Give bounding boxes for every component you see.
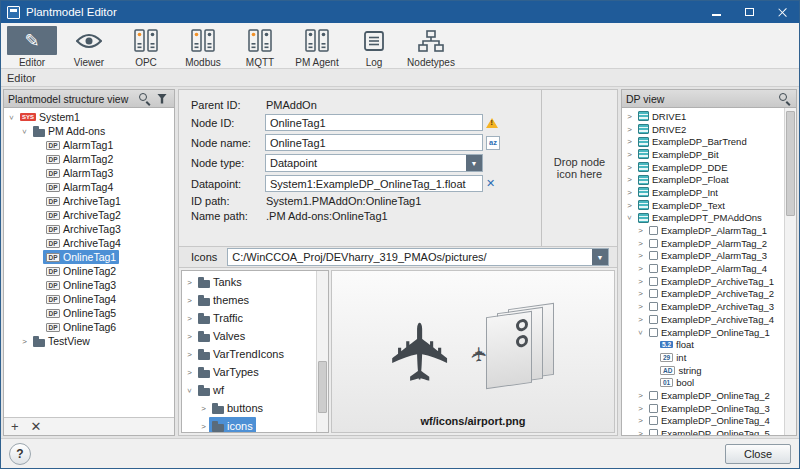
chevron-right-icon[interactable]: > [624, 125, 635, 134]
chevron-right-icon[interactable]: > [624, 150, 635, 159]
chevron-right-icon[interactable]: > [635, 251, 646, 260]
chevron-right-icon[interactable]: > [184, 278, 195, 287]
toolbar-button-log[interactable]: Log [346, 25, 402, 68]
folder-scrollbar[interactable] [316, 271, 328, 432]
chevron-right-icon[interactable]: > [635, 226, 646, 235]
node-name-input[interactable] [265, 134, 483, 151]
toolbar-button-mqtt[interactable]: MQTT [232, 25, 288, 68]
folder-item-buttons[interactable]: >buttons [182, 399, 316, 417]
chevron-right-icon[interactable]: > [635, 391, 646, 400]
clear-icon[interactable] [486, 177, 495, 190]
search-button[interactable] [136, 92, 152, 106]
search-button[interactable] [776, 92, 792, 106]
add-node-button[interactable]: + [11, 420, 19, 433]
titlebar[interactable]: Plantmodel Editor [1, 1, 799, 23]
chevron-right-icon[interactable]: > [184, 350, 195, 359]
toolbar-button-viewer[interactable]: Viewer [61, 25, 117, 68]
dp-item-exampledp-bit[interactable]: >ExampleDP_Bit [622, 148, 784, 161]
chevron-right-icon[interactable]: > [635, 416, 646, 425]
dp-item-exampledp-bartrend[interactable]: >ExampleDP_BarTrend [622, 135, 784, 148]
node-type-select[interactable]: Datapoint [265, 154, 483, 172]
folder-item-vartypes[interactable]: >VarTypes [182, 363, 316, 381]
language-icon[interactable] [486, 136, 500, 150]
dp-item-exampledp-alarmtag-4[interactable]: >ExampleDP_AlarmTag_4 [622, 262, 784, 275]
chevron-right-icon[interactable]: > [198, 422, 209, 431]
icons-path-combo[interactable]: C:/WinCCOA_Proj/DEVharry_319_PMAOs/pictu… [227, 248, 609, 266]
chevron-down-icon[interactable]: > [625, 212, 634, 223]
datapoint-input[interactable] [265, 175, 483, 192]
dp-item-exampledp-archivetag-2[interactable]: >ExampleDP_ArchiveTag_2 [622, 288, 784, 301]
structure-item-testview[interactable]: >TestView [4, 334, 174, 348]
dp-item-exampledp-onlinetag-1[interactable]: >ExampleDP_OnlineTag_1 [622, 326, 784, 339]
dp-item-int[interactable]: 29int [622, 351, 784, 364]
structure-item-onlinetag2[interactable]: DPOnlineTag2 [4, 264, 174, 278]
chevron-right-icon[interactable]: > [184, 296, 195, 305]
chevron-right-icon[interactable]: > [624, 175, 635, 184]
close-button[interactable]: Close [725, 444, 791, 464]
folder-item-themes[interactable]: >themes [182, 291, 316, 309]
dp-item-exampledp-dde[interactable]: >ExampleDP_DDE [622, 161, 784, 174]
chevron-right-icon[interactable]: > [184, 368, 195, 377]
dp-item-bool[interactable]: 01bool [622, 376, 784, 389]
dp-item-exampledp-int[interactable]: >ExampleDP_Int [622, 186, 784, 199]
chevron-right-icon[interactable]: > [624, 112, 635, 121]
structure-item-onlinetag3[interactable]: DPOnlineTag3 [4, 278, 174, 292]
chevron-right-icon[interactable]: > [635, 277, 646, 286]
dp-item-exampledp-alarmtag-3[interactable]: >ExampleDP_AlarmTag_3 [622, 250, 784, 263]
chevron-right-icon[interactable]: > [635, 289, 646, 298]
scrollbar-thumb[interactable] [318, 361, 327, 413]
minimize-button[interactable] [700, 1, 733, 23]
chevron-right-icon[interactable]: > [635, 239, 646, 248]
folder-item-traffic[interactable]: >Traffic [182, 309, 316, 327]
scrollbar-thumb[interactable] [786, 111, 795, 216]
chevron-down-icon[interactable]: > [7, 112, 16, 123]
chevron-right-icon[interactable]: > [635, 315, 646, 324]
structure-item-pm-add-ons[interactable]: >PM Add-ons [4, 124, 174, 138]
folder-item-tanks[interactable]: >Tanks [182, 273, 316, 291]
structure-item-archivetag4[interactable]: DPArchiveTag4 [4, 236, 174, 250]
maximize-button[interactable] [733, 1, 766, 23]
structure-item-onlinetag1[interactable]: DPOnlineTag1 [4, 250, 174, 264]
structure-item-alarmtag4[interactable]: DPAlarmTag4 [4, 180, 174, 194]
chevron-right-icon[interactable]: > [184, 332, 195, 341]
toolbar-button-opc[interactable]: OPC [118, 25, 174, 68]
structure-item-onlinetag6[interactable]: DPOnlineTag6 [4, 320, 174, 334]
structure-item-onlinetag5[interactable]: DPOnlineTag5 [4, 306, 174, 320]
folder-item-valves[interactable]: >Valves [182, 327, 316, 345]
dp-item-exampledp-onlinetag-2[interactable]: >ExampleDP_OnlineTag_2 [622, 389, 784, 402]
chevron-right-icon[interactable]: > [635, 302, 646, 311]
structure-item-onlinetag4[interactable]: DPOnlineTag4 [4, 292, 174, 306]
chevron-right-icon[interactable]: > [624, 137, 635, 146]
window-close-button[interactable] [766, 1, 799, 23]
folder-item-wf[interactable]: >wf [182, 381, 316, 399]
dp-scrollbar[interactable] [784, 108, 796, 435]
toolbar-button-modbus[interactable]: Modbus [175, 25, 231, 68]
dp-item-drive2[interactable]: >DRIVE2 [622, 123, 784, 136]
structure-item-archivetag1[interactable]: DPArchiveTag1 [4, 194, 174, 208]
structure-item-alarmtag3[interactable]: DPAlarmTag3 [4, 166, 174, 180]
chevron-right-icon[interactable]: > [635, 264, 646, 273]
dp-item-exampledp-archivetag-4[interactable]: >ExampleDP_ArchiveTag_4 [622, 313, 784, 326]
remove-node-button[interactable]: ✕ [31, 420, 42, 433]
node-id-input[interactable] [265, 114, 483, 131]
chevron-down-icon[interactable]: > [636, 327, 645, 338]
dp-item-exampledp-onlinetag-3[interactable]: >ExampleDP_OnlineTag_3 [622, 402, 784, 415]
toolbar-button-pm-agent[interactable]: PM Agent [289, 25, 345, 68]
structure-item-archivetag2[interactable]: DPArchiveTag2 [4, 208, 174, 222]
dp-item-float[interactable]: 5.2float [622, 338, 784, 351]
chevron-right-icon[interactable]: > [624, 188, 635, 197]
dp-item-exampledp-archivetag-3[interactable]: >ExampleDP_ArchiveTag_3 [622, 300, 784, 313]
chevron-down-icon[interactable]: > [185, 385, 194, 396]
drop-node-icon-area[interactable]: Drop node icon here [541, 90, 617, 246]
dp-item-exampledp-text[interactable]: >ExampleDP_Text [622, 199, 784, 212]
dp-item-exampledp-alarmtag-1[interactable]: >ExampleDP_AlarmTag_1 [622, 224, 784, 237]
chevron-right-icon[interactable]: > [198, 404, 209, 413]
dp-item-exampledp-alarmtag-2[interactable]: >ExampleDP_AlarmTag_2 [622, 237, 784, 250]
chevron-down-icon[interactable] [466, 155, 482, 171]
structure-item-archivetag3[interactable]: DPArchiveTag3 [4, 222, 174, 236]
dp-item-exampledp-archivetag-1[interactable]: >ExampleDP_ArchiveTag_1 [622, 275, 784, 288]
chevron-right-icon[interactable]: > [19, 337, 30, 346]
chevron-right-icon[interactable]: > [635, 404, 646, 413]
dp-item-exampledpt-pmaddons[interactable]: >ExampleDPT_PMAddOns [622, 212, 784, 225]
filter-button[interactable] [154, 92, 170, 106]
